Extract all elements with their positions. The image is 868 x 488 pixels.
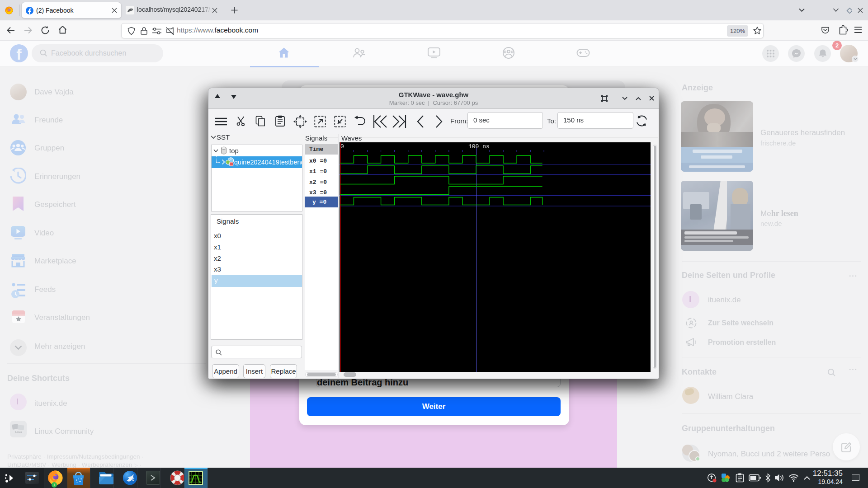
svg-text:100 ns: 100 ns bbox=[468, 143, 490, 150]
svg-text:0: 0 bbox=[340, 143, 344, 150]
svg-text:Linux: Linux bbox=[15, 431, 23, 433]
